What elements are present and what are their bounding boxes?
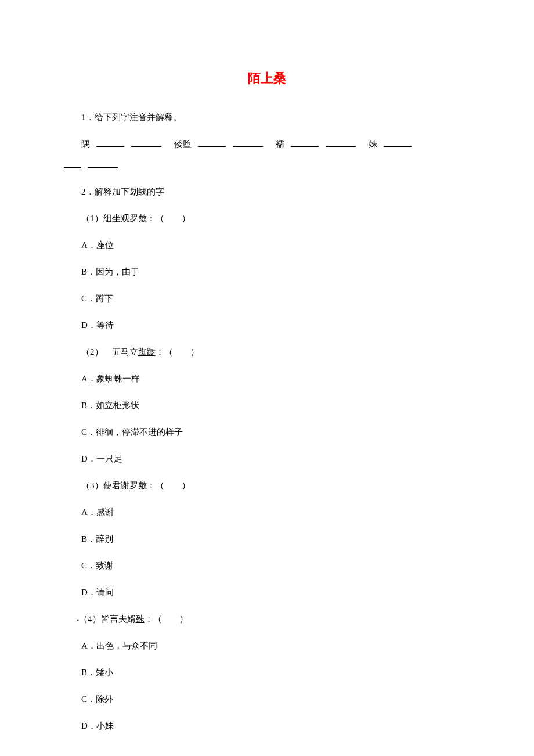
q1-blank-1a[interactable] <box>96 146 124 147</box>
q2-2-underline: 踟蹰 <box>138 347 156 357</box>
q2-2-optC[interactable]: C．徘徊，停滞不进的样子 <box>64 425 470 439</box>
q1-blank-4b[interactable] <box>88 167 118 168</box>
q2-2-optB[interactable]: B．如立柜形状 <box>64 398 470 412</box>
q2-1-optC[interactable]: C．蹲下 <box>64 291 470 305</box>
q1-word-3: 襦 <box>276 139 284 149</box>
q1-word-4: 姝 <box>369 139 377 149</box>
q2-2-optA[interactable]: A．象蜘蛛一样 <box>64 372 470 386</box>
q2-3-pre: （3）使君 <box>81 481 121 490</box>
q2-3-post: 罗敷：（ ） <box>129 481 190 490</box>
q1-blanks-row: 隅 倭堕 襦 姝 <box>64 137 470 151</box>
q2-1-post: 观罗敷：（ ） <box>121 214 190 223</box>
q2-3-optA[interactable]: A．感谢 <box>64 505 470 519</box>
q2-1-stem: （1）组坐观罗敷：（ ） <box>64 211 470 225</box>
q1-word-2: 倭堕 <box>174 139 192 149</box>
q2-4-optB[interactable]: B．矮小 <box>64 665 470 679</box>
q2-1-optB[interactable]: B．因为，由于 <box>64 265 470 279</box>
q2-1-optD[interactable]: D．等待 <box>64 318 470 332</box>
q2-2-pre: （2） 五马立 <box>81 347 138 357</box>
q2-4-stem: ▪（4）皆言夫婿殊：（ ） <box>64 612 470 626</box>
q2-4-optC[interactable]: C．除外 <box>64 692 470 706</box>
q2-1-optA[interactable]: A．座位 <box>64 238 470 252</box>
q2-3-optC[interactable]: C．致谢 <box>64 559 470 573</box>
q2-4-optD[interactable]: D．小妹 <box>64 719 470 733</box>
q2-2-post: ：（ ） <box>156 347 199 357</box>
q2-prompt: 2．解释加下划线的字 <box>64 185 470 199</box>
q2-3-underline: 谢 <box>121 481 129 490</box>
q2-3-optB[interactable]: B．辞别 <box>64 532 470 546</box>
q1-blank-4a[interactable] <box>384 146 412 147</box>
q1-blank-4a-rem[interactable] <box>64 167 81 168</box>
q2-4-optA[interactable]: A．出色，与众不同 <box>64 639 470 653</box>
q2-1-underline: 坐 <box>112 214 121 223</box>
q1-blank-1b[interactable] <box>131 146 161 147</box>
q1-blank-3a[interactable] <box>291 146 319 147</box>
q1-blanks-row-cont <box>64 158 470 172</box>
q1-blank-2b[interactable] <box>233 146 263 147</box>
q2-2-stem: （2） 五马立踟蹰：（ ） <box>64 345 470 359</box>
q2-1-pre: （1）组 <box>81 214 112 223</box>
q2-4-pre: （4）皆言夫婿 <box>79 614 136 624</box>
document-page: 陌上桑 1．给下列字注音并解释。 隅 倭堕 襦 姝 2．解释加下划线的字 （1）… <box>0 0 534 756</box>
q2-3-stem: （3）使君谢罗敷：（ ） <box>64 478 470 492</box>
q2-4-post: ：（ ） <box>145 614 188 624</box>
q1-blank-3b[interactable] <box>326 146 356 147</box>
q2-3-optD[interactable]: D．请问 <box>64 585 470 599</box>
q1-prompt: 1．给下列字注音并解释。 <box>64 110 470 124</box>
q2-2-optD[interactable]: D．一只足 <box>64 452 470 466</box>
q1-blank-2a[interactable] <box>198 146 226 147</box>
page-title: 陌上桑 <box>64 70 470 87</box>
q1-word-1: 隅 <box>81 139 90 149</box>
q2-4-underline: 殊 <box>136 614 145 624</box>
